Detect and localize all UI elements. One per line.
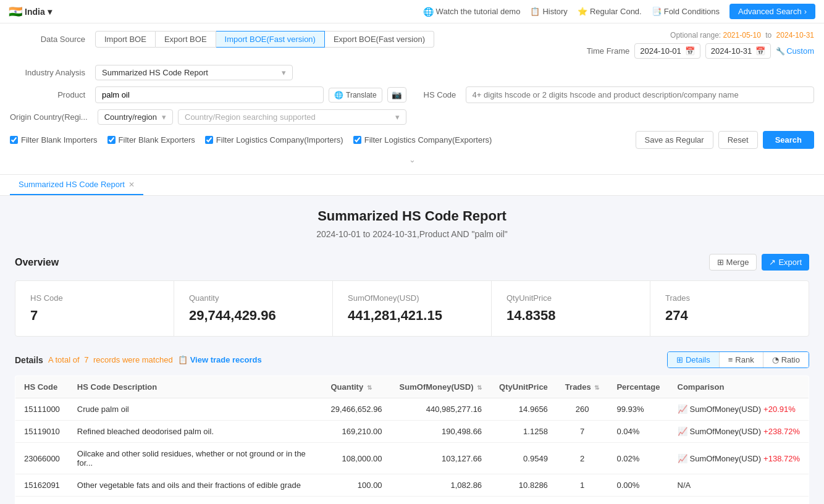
card-sum-money: SumOfMoney(USD) 441,281,421.15 <box>333 281 492 336</box>
card-label-qtyunit: QtyUnitPrice <box>507 293 635 303</box>
product-input[interactable] <box>95 86 324 103</box>
tab-import-fast[interactable]: Import BOE(Fast version) <box>216 31 325 48</box>
th-trades[interactable]: Trades ⇅ <box>557 376 608 398</box>
translate-button[interactable]: 🌐 Translate <box>329 88 382 103</box>
product-label: Product <box>10 90 90 99</box>
cell-hscode: 15119010 <box>15 421 69 443</box>
card-value-trades: 274 <box>665 308 794 324</box>
cell-comparison: 📈SumOfMoney(USD)+238.72% <box>669 421 809 443</box>
details-header: Details A total of 7 records were matche… <box>15 351 809 368</box>
close-tab-icon[interactable]: ✕ <box>128 180 135 189</box>
card-qty-unit-price: QtyUnitPrice 14.8358 <box>492 281 650 336</box>
card-trades: Trades 274 <box>650 281 809 336</box>
origin-label: Origin Country(Regi... <box>10 112 93 122</box>
cell-percentage: 0.04% <box>608 421 668 443</box>
calendar-icon2: 📅 <box>755 46 765 56</box>
cell-trades: 1 <box>557 474 608 497</box>
header: 🇮🇳 India ▾ 🌐 Watch the tutorial demo 📋 H… <box>0 0 824 23</box>
collapse-button[interactable]: ⌄ <box>10 153 814 167</box>
filter-blank-exporters[interactable]: Filter Blank Exporters <box>107 135 195 145</box>
card-value-hscode: 7 <box>30 308 159 324</box>
country-search-input[interactable]: Country/Region searching supported ▾ <box>178 109 406 125</box>
details-tab-group: ⊞ Details ≡ Rank ◔ Ratio <box>667 351 809 368</box>
table-header-row: HS Code HS Code Description Quantity ⇅ S… <box>15 376 809 398</box>
regular-cond-link[interactable]: ⭐ Regular Cond. <box>578 7 642 16</box>
cell-quantity: 100.00 <box>322 474 390 497</box>
reset-button[interactable]: Reset <box>718 131 758 149</box>
overview-title: Overview <box>15 257 59 268</box>
search-panel: Data Source Import BOE Export BOE Import… <box>0 23 824 175</box>
industry-label: Industry Analysis <box>10 68 90 77</box>
cell-description: Crude palm oil <box>69 398 322 421</box>
custom-button[interactable]: 🔧 Custom <box>776 46 814 56</box>
cell-hscode: 15162099 <box>15 497 69 505</box>
cell-quantity: 7.00 <box>322 497 390 505</box>
date-end-input[interactable]: 2024-10-31 📅 <box>705 43 771 59</box>
chevron-down-icon2: ▾ <box>282 68 286 77</box>
date-start-input[interactable]: 2024-10-01 📅 <box>634 43 700 59</box>
export-button[interactable]: ↗ Export <box>762 254 809 271</box>
tutorial-link[interactable]: 🌐 Watch the tutorial demo <box>423 7 521 17</box>
report-tab[interactable]: Summarized HS Code Report ✕ <box>10 175 143 195</box>
search-button[interactable]: Search <box>763 131 814 149</box>
card-value-qty: 29,744,429.96 <box>189 308 317 324</box>
history-link[interactable]: 📋 History <box>530 7 567 16</box>
overview-cards: HS Code 7 Quantity 29,744,429.96 SumOfMo… <box>15 280 809 337</box>
tab-bar: Summarized HS Code Report ✕ <box>0 175 824 196</box>
save-regular-button[interactable]: Save as Regular <box>636 131 713 149</box>
cell-description: Other vegetable fats and oils and their … <box>69 474 322 497</box>
tab-rank[interactable]: ≡ Rank <box>720 352 763 368</box>
industry-select[interactable]: Summarized HS Code Report ▾ <box>95 65 293 80</box>
date-to: 2024-10-31 <box>776 31 814 40</box>
th-quantity[interactable]: Quantity ⇅ <box>322 376 390 398</box>
cell-sum-money: 728.00 <box>391 497 491 505</box>
record-count: A total of 7 records were matched <box>48 355 173 364</box>
cell-comparison: N/A <box>669 497 809 505</box>
up-arrow-icon: 📈 <box>678 405 687 414</box>
cell-sum-money: 190,498.66 <box>391 421 491 443</box>
cell-description: Oilcake and other solid residues, whethe… <box>69 443 322 474</box>
table-row: 23066000 Oilcake and other solid residue… <box>15 443 809 474</box>
merge-button[interactable]: ⊞ Merge <box>709 254 757 271</box>
sort-trades-icon: ⇅ <box>594 384 599 391</box>
chevron-down-icon4: ▾ <box>395 112 400 122</box>
advanced-search-button[interactable]: Advanced Search › <box>729 4 815 19</box>
optional-range-label: Optional range: <box>670 31 721 40</box>
data-table: HS Code HS Code Description Quantity ⇅ S… <box>15 376 809 504</box>
filter-logistics-exporters[interactable]: Filter Logistics Company(Exporters) <box>353 135 492 145</box>
country-selector[interactable]: 🇮🇳 India ▾ <box>9 5 52 19</box>
translate-icon: 🌐 <box>334 91 343 99</box>
tab-export-fast[interactable]: Export BOE(Fast version) <box>325 31 434 48</box>
date-start-value: 2024-10-01 <box>640 46 681 56</box>
up-arrow-icon: 📈 <box>678 454 687 463</box>
th-description: HS Code Description <box>69 376 322 398</box>
cell-hscode: 15111000 <box>15 398 69 421</box>
card-label-qty: Quantity <box>189 293 317 303</box>
export-icon: ↗ <box>769 258 776 267</box>
hs-code-input[interactable] <box>466 86 814 103</box>
view-trade-records-link[interactable]: 📋 View trade records <box>178 355 262 364</box>
filter-blank-importers[interactable]: Filter Blank Importers <box>10 135 98 145</box>
action-buttons: Save as Regular Reset Search <box>636 131 814 149</box>
tab-import-boe[interactable]: Import BOE <box>95 31 156 48</box>
th-percentage: Percentage <box>608 376 668 398</box>
chevron-up-icon: ⌄ <box>409 155 416 164</box>
card-label-sum: SumOfMoney(USD) <box>348 293 476 303</box>
camera-button[interactable]: 📷 <box>387 87 406 103</box>
star-icon: ⭐ <box>578 7 587 16</box>
details-left: Details A total of 7 records were matche… <box>15 355 262 365</box>
cell-comparison: 📈SumOfMoney(USD)+20.91% <box>669 398 809 421</box>
tab-ratio[interactable]: ◔ Ratio <box>763 352 809 368</box>
chevron-down-icon: ▾ <box>48 7 52 17</box>
filters-row: Filter Blank Importers Filter Blank Expo… <box>10 135 492 145</box>
filter-logistics-importers[interactable]: Filter Logistics Company(Importers) <box>205 135 343 145</box>
chevron-down-icon3: ▾ <box>162 112 166 122</box>
cell-qty-unit: 1.1258 <box>490 421 557 443</box>
th-sum-money[interactable]: SumOfMoney(USD) ⇅ <box>391 376 491 398</box>
cell-percentage: 99.93% <box>608 398 668 421</box>
country-region-select[interactable]: Country/region ▾ <box>98 109 173 125</box>
table-row: 15162091 Other vegetable fats and oils a… <box>15 474 809 497</box>
tab-export-boe[interactable]: Export BOE <box>156 31 216 48</box>
tab-details[interactable]: ⊞ Details <box>668 352 720 368</box>
fold-conditions-link[interactable]: 📑 Fold Conditions <box>652 7 720 16</box>
